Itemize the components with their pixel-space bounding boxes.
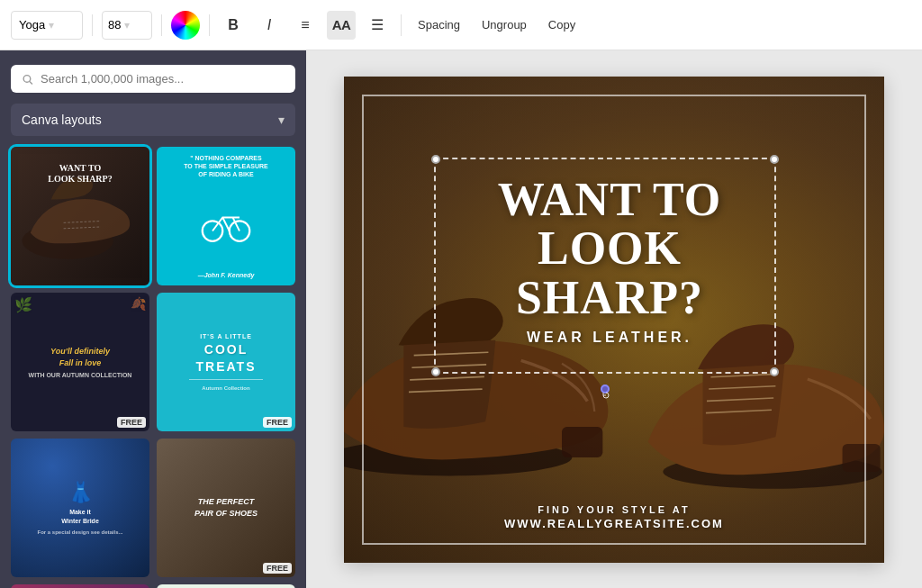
- ungroup-button[interactable]: Ungroup: [475, 14, 534, 35]
- copy-button[interactable]: Copy: [541, 14, 583, 35]
- italic-icon: I: [267, 17, 271, 33]
- svg-point-0: [23, 75, 31, 82]
- layouts-chevron-icon: ▾: [278, 113, 285, 127]
- template-item-cupcakes[interactable]: 🧁 It's AWinterWonderland: [157, 584, 295, 588]
- canvas-area[interactable]: WANT TO LOOK SHARP? WEAR LEATHER. FIND Y…: [306, 50, 922, 588]
- canvas-website-label: WWW.REALLYGREATSITE.COM: [344, 517, 884, 530]
- align-icon: ≡: [301, 17, 309, 33]
- template-item-purple-quote[interactable]: Nothing compares tothe simple pleasure o…: [11, 584, 149, 588]
- template-preview-1: WANT TOLOOK SHARP?: [11, 147, 149, 285]
- template-item-shoes-dark[interactable]: WANT TOLOOK SHARP?: [11, 147, 149, 285]
- free-badge-4: FREE: [263, 417, 292, 428]
- text-size-icon: AA: [332, 17, 351, 32]
- spacing-button[interactable]: Spacing: [411, 14, 467, 35]
- search-icon: [22, 73, 33, 86]
- template-item-teal-bike[interactable]: " NOTHING COMPARESTO THE SIMPLE PLEASURE…: [157, 147, 295, 285]
- bold-icon: B: [228, 17, 239, 33]
- font-family-select[interactable]: Yoga ▾: [11, 11, 83, 40]
- size-chevron-icon: ▾: [124, 19, 130, 32]
- bike-icon: [199, 202, 253, 247]
- list-button[interactable]: ☰: [363, 11, 392, 40]
- template-preview-6: THE PERFECTPAIR OF SHOES FREE: [157, 439, 295, 577]
- template-preview-5: 👗 Make itWinter Bride For a special desi…: [11, 439, 149, 577]
- toolbar: Yoga ▾ 88 ▾ B I ≡ AA ☰ Spacing Ungroup C…: [0, 0, 922, 50]
- divider-2: [161, 14, 162, 36]
- template-item-blue-dress[interactable]: 👗 Make itWinter Bride For a special desi…: [11, 439, 149, 577]
- canvas-main-text: WANT TO LOOK SHARP? WEAR LEATHER.: [443, 176, 776, 347]
- divider-3: [209, 14, 210, 36]
- canvas[interactable]: WANT TO LOOK SHARP? WEAR LEATHER. FIND Y…: [344, 77, 884, 563]
- bold-button[interactable]: B: [219, 11, 248, 40]
- align-button[interactable]: ≡: [291, 11, 320, 40]
- main-area: Canva layouts ▾: [0, 50, 922, 588]
- canvas-headline: WANT TO LOOK SHARP?: [443, 176, 776, 323]
- template-item-shoes-brown[interactable]: THE PERFECTPAIR OF SHOES FREE: [157, 439, 295, 577]
- template-item-dark-floral[interactable]: You'll definitelyFall in love WITH OUR A…: [11, 293, 149, 431]
- canvas-find-style-label: FIND YOUR STYLE AT: [344, 504, 884, 515]
- search-input[interactable]: [41, 72, 285, 86]
- canvas-bottom-text: FIND YOUR STYLE AT WWW.REALLYGREATSITE.C…: [344, 504, 884, 530]
- ungroup-label: Ungroup: [482, 18, 527, 32]
- layouts-label: Canva layouts: [22, 113, 102, 127]
- svg-rect-19: [843, 443, 881, 471]
- font-size-label: 88: [108, 18, 121, 32]
- spacing-label: Spacing: [418, 18, 460, 32]
- free-badge-6: FREE: [263, 563, 292, 574]
- headline-line-2: LOOK SHARP?: [443, 224, 776, 322]
- sidebar: Canva layouts ▾: [0, 50, 306, 588]
- template-preview-7: Nothing compares tothe simple pleasure o…: [11, 584, 149, 588]
- font-chevron-icon: ▾: [49, 19, 75, 32]
- italic-button[interactable]: I: [255, 11, 284, 40]
- divider-1: [92, 14, 93, 36]
- template-preview-8: 🧁 It's AWinterWonderland: [157, 584, 295, 588]
- template-preview-3: You'll definitelyFall in love WITH OUR A…: [11, 293, 149, 431]
- divider-4: [401, 14, 402, 36]
- layouts-dropdown[interactable]: Canva layouts ▾: [11, 104, 295, 136]
- headline-line-1: WANT TO: [443, 176, 776, 225]
- svg-rect-13: [562, 427, 602, 457]
- free-badge-3: FREE: [117, 417, 146, 428]
- template-preview-2: " NOTHING COMPARESTO THE SIMPLE PLEASURE…: [157, 147, 295, 285]
- copy-label: Copy: [548, 18, 575, 32]
- template-preview-4: IT'S A LITTLE COOL TREATS Autumn Collect…: [157, 293, 295, 431]
- canvas-subheadline: WEAR LEATHER.: [443, 330, 776, 346]
- svg-line-1: [30, 81, 32, 84]
- color-picker-button[interactable]: [171, 11, 200, 40]
- font-size-select[interactable]: 88 ▾: [102, 11, 152, 40]
- font-name-label: Yoga: [19, 18, 45, 32]
- text-size-toggle-button[interactable]: AA: [327, 11, 356, 40]
- search-bar[interactable]: [11, 65, 295, 93]
- template-item-teal-treats[interactable]: IT'S A LITTLE COOL TREATS Autumn Collect…: [157, 293, 295, 431]
- list-icon: ☰: [371, 16, 384, 33]
- templates-grid: WANT TOLOOK SHARP? " NOTHING COMPARESTO …: [11, 147, 295, 588]
